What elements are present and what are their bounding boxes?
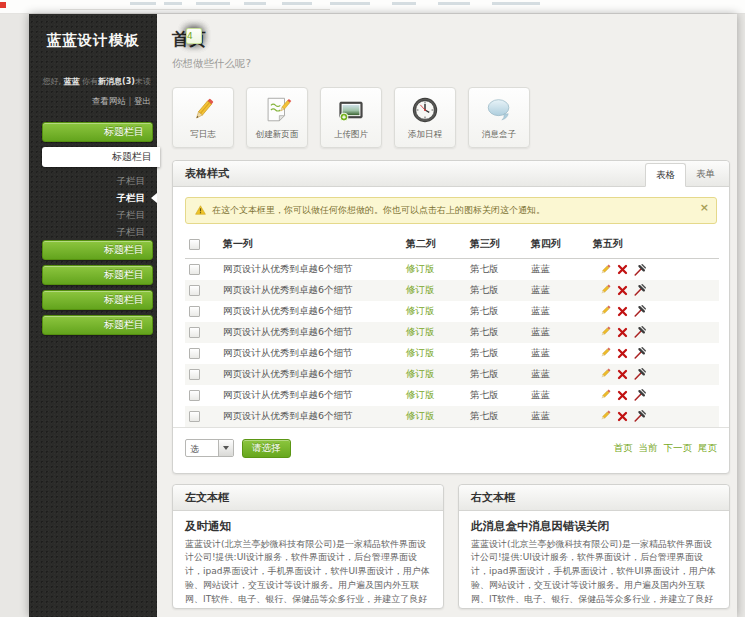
delete-icon[interactable]: [617, 306, 628, 317]
sidebar-menu-item-label: 子栏目: [117, 209, 146, 220]
edit-icon[interactable]: [599, 368, 611, 380]
revision-link[interactable]: 修订版: [406, 368, 435, 379]
edit-icon[interactable]: [599, 347, 611, 359]
table-row: 网页设计从优秀到卓越6个细节 修订版 第七版 蓝蓝: [185, 385, 719, 406]
pagination: 首页 当前 1 2 3 4 下一页: [614, 442, 718, 455]
revision-link[interactable]: 修订版: [406, 263, 435, 274]
close-icon[interactable]: ×: [700, 201, 709, 214]
table-row: 网页设计从优秀到卓越6个细节 修订版 第七版 蓝蓝: [185, 406, 719, 427]
delete-icon[interactable]: [617, 264, 628, 275]
row-checkbox[interactable]: [189, 327, 200, 338]
write-journal-button[interactable]: 写日志: [172, 87, 234, 148]
tools-icon[interactable]: [634, 305, 646, 317]
row-checkbox[interactable]: [189, 285, 200, 296]
edit-icon[interactable]: [599, 305, 611, 317]
tab-table[interactable]: 表格: [645, 163, 686, 187]
upload-image-icon: [336, 95, 366, 129]
page: 蓝蓝设计模板 您好, 蓝蓝 你有新消息(3)未读 查看网站 | 登出 标题栏目 …: [29, 14, 737, 617]
table-row: 网页设计从优秀到卓越6个细节 修订版 第七版 蓝蓝: [185, 364, 719, 385]
page-title: 首页: [172, 28, 730, 51]
pagination-item[interactable]: 首页: [614, 442, 633, 455]
tools-icon[interactable]: [634, 389, 646, 401]
revision-link[interactable]: 修订版: [406, 305, 435, 316]
row-checkbox[interactable]: [189, 264, 200, 275]
tools-icon[interactable]: [634, 326, 646, 338]
sidebar-menu-item-label: 子栏目: [117, 192, 146, 203]
row-version: 第七版: [468, 280, 529, 301]
add-schedule-button[interactable]: 添加日程: [394, 87, 456, 148]
message-bubble-icon: [484, 95, 514, 129]
sidebar-menu-item[interactable]: 标题栏目: [42, 122, 153, 142]
row-checkbox[interactable]: [189, 306, 200, 317]
pagination-item[interactable]: 当前: [639, 442, 658, 455]
revision-link[interactable]: 修订版: [406, 347, 435, 358]
tools-icon[interactable]: [634, 264, 646, 276]
edit-icon[interactable]: [599, 410, 611, 422]
edit-icon[interactable]: [599, 264, 611, 276]
left-text-panel-header: 左文本框: [173, 485, 443, 511]
row-version: 第七版: [468, 259, 529, 280]
row-title: 网页设计从优秀到卓越6个细节: [221, 301, 404, 322]
row-checkbox[interactable]: [189, 369, 200, 380]
delete-icon[interactable]: [617, 390, 628, 401]
row-checkbox[interactable]: [189, 411, 200, 422]
row-version: 第七版: [468, 343, 529, 364]
tools-icon[interactable]: [634, 284, 646, 296]
create-page-button[interactable]: 创建新页面: [246, 87, 308, 148]
revision-link[interactable]: 修订版: [406, 389, 435, 400]
select-all-checkbox[interactable]: [189, 239, 200, 250]
delete-icon[interactable]: [617, 285, 628, 296]
delete-icon[interactable]: [617, 411, 628, 422]
sidebar-menu-item-label: 标题栏目: [104, 244, 144, 255]
pagination-item[interactable]: 下一页: [664, 442, 693, 455]
row-checkbox[interactable]: [189, 348, 200, 359]
confirm-select-button[interactable]: 请选择: [242, 439, 291, 458]
sidebar-menu-item-label: 标题栏目: [112, 151, 152, 162]
message-box-button[interactable]: 消息盒子: [468, 87, 530, 148]
sidebar-menu-item[interactable]: 标题栏目: [42, 315, 153, 335]
notice-text: 在这个文本框里，你可以做任何你想做的。你也可以点击右上的图标关闭这个通知。: [212, 204, 545, 217]
table-row: 网页设计从优秀到卓越6个细节 修订版 第七版 蓝蓝: [185, 301, 719, 322]
tab-form[interactable]: 表单: [686, 163, 725, 187]
delete-icon[interactable]: [617, 369, 628, 380]
tools-icon[interactable]: [634, 347, 646, 359]
row-title: 网页设计从优秀到卓越6个细节: [221, 259, 404, 280]
select-dropdown[interactable]: 选择...: [185, 439, 234, 457]
upload-image-button[interactable]: 上传图片: [320, 87, 382, 148]
row-title: 网页设计从优秀到卓越6个细节: [221, 406, 404, 427]
sidebar-menu-item[interactable]: 子栏目: [42, 206, 153, 223]
edit-icon[interactable]: [599, 389, 611, 401]
shortcut-row: 写日志 创建新页面: [172, 87, 730, 148]
main-content: 首页 你想做些什么呢? 写日志: [157, 14, 737, 617]
pagination-item[interactable]: 尾页: [698, 442, 717, 455]
shortcut-label: 写日志: [190, 129, 216, 141]
notice-bar: 在这个文本框里，你可以做任何你想做的。你也可以点击右上的图标关闭这个通知。 ×: [185, 197, 717, 224]
revision-link[interactable]: 修订版: [406, 410, 435, 421]
revision-link[interactable]: 修订版: [406, 284, 435, 295]
table-row: 网页设计从优秀到卓越6个细节 修订版 第七版 蓝蓝: [185, 343, 719, 364]
sidebar-menu-item[interactable]: 标题栏目: [42, 290, 153, 310]
sidebar-menu-item[interactable]: 子栏目: [42, 189, 153, 206]
logout-link[interactable]: 登出: [134, 96, 151, 106]
sidebar-menu-item[interactable]: 子栏目: [42, 223, 153, 240]
delete-icon[interactable]: [617, 348, 628, 359]
user-greeting: 您好, 蓝蓝 你有新消息(3)未读: [29, 76, 157, 87]
row-version: 第七版: [468, 364, 529, 385]
right-panel-heading: 此消息盒中消息因错误关闭: [471, 519, 717, 534]
revision-link[interactable]: 修订版: [406, 326, 435, 337]
row-checkbox[interactable]: [189, 390, 200, 401]
sidebar-menu-item[interactable]: 子栏目: [42, 172, 153, 189]
sidebar-menu-item[interactable]: 标题栏目: [42, 240, 153, 260]
right-text-panel: 右文本框 此消息盒中消息因错误关闭 蓝蓝设计(北京兰亭妙微科技有限公司)是一家精…: [458, 484, 730, 609]
sidebar-menu-item[interactable]: 标题栏目: [42, 265, 153, 285]
tools-icon[interactable]: [634, 368, 646, 380]
delete-icon[interactable]: [617, 327, 628, 338]
sidebar-menu-item-label: 子栏目: [117, 175, 146, 186]
sidebar-menu-item[interactable]: 标题栏目: [42, 147, 160, 167]
pagination-item[interactable]: 4: [186, 28, 202, 44]
tools-icon[interactable]: [634, 410, 646, 422]
table-footer: 选择... 请选择 首页 当前 1 2: [173, 427, 729, 473]
view-site-link[interactable]: 查看网站: [92, 96, 126, 106]
edit-icon[interactable]: [599, 284, 611, 296]
edit-icon[interactable]: [599, 326, 611, 338]
